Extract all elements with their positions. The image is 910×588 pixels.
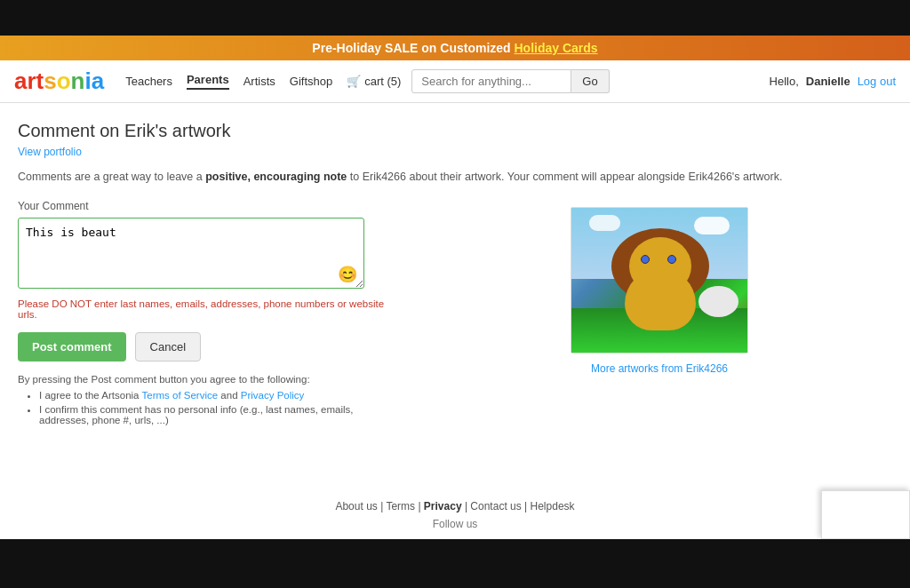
footer-privacy[interactable]: Privacy — [424, 500, 462, 513]
sheep — [698, 286, 738, 317]
agreement-list: I agree to the Artsonia Terms of Service… — [18, 390, 391, 425]
comment-textarea[interactable]: This is beaut — [18, 218, 364, 289]
search-input[interactable] — [411, 69, 571, 93]
comment-form: Your Comment This is beaut 😊 Please DO N… — [18, 200, 391, 429]
terms-of-service-link[interactable]: Terms of Service — [142, 390, 219, 401]
lion-eye-left — [641, 255, 650, 264]
footer-follow: Follow us — [18, 518, 892, 530]
footer-about[interactable]: About us — [335, 500, 377, 513]
your-comment-label: Your Comment — [18, 200, 391, 212]
agreement-item-1: I agree to the Artsonia Terms of Service… — [39, 390, 391, 401]
footer: About us | Terms | Privacy | Contact us … — [18, 482, 892, 539]
nav-cart[interactable]: 🛒cart (5) — [347, 75, 401, 88]
nav-links: Teachers Parents Artists Giftshop 🛒cart … — [125, 73, 401, 90]
top-black-bar — [0, 0, 910, 36]
post-comment-button[interactable]: Post comment — [18, 332, 126, 362]
artwork-image — [571, 207, 748, 354]
agreement-item-2: I confirm this comment has no personal i… — [39, 404, 391, 425]
username: Danielle — [806, 75, 850, 88]
thumbnail-preview — [821, 490, 910, 539]
bottom-black-bar — [0, 539, 910, 588]
warning-text: Please DO NOT enter last names, emails, … — [18, 298, 391, 320]
desc-bold: positive, encouraging note — [205, 171, 347, 183]
button-row: Post comment Cancel — [18, 332, 391, 362]
more-artworks-link[interactable]: More artworks from Erik4266 — [591, 362, 728, 375]
holiday-cards-link[interactable]: Holiday Cards — [515, 41, 598, 55]
footer-contact[interactable]: Contact us — [470, 500, 521, 513]
main-content: Comment on Erik's artwork View portfolio… — [0, 103, 910, 539]
lion-eye-right — [667, 255, 676, 264]
view-portfolio-link[interactable]: View portfolio — [18, 146, 82, 158]
textarea-wrapper: This is beaut 😊 — [18, 218, 364, 291]
description: Comments are a great way to leave a posi… — [18, 169, 892, 186]
promo-banner: Pre-Holiday SALE on Customized Holiday C… — [0, 36, 910, 60]
search-area: Go — [411, 69, 609, 93]
logo[interactable]: artsonia — [14, 68, 104, 95]
footer-links: About us | Terms | Privacy | Contact us … — [335, 500, 574, 513]
cart-icon: 🛒 — [347, 75, 361, 88]
page-title: Comment on Erik's artwork — [18, 121, 892, 141]
go-button[interactable]: Go — [571, 69, 609, 93]
nav-giftshop[interactable]: Giftshop — [290, 75, 332, 88]
logout-link[interactable]: Log out — [858, 75, 896, 88]
nav-teachers[interactable]: Teachers — [125, 75, 172, 88]
nav-artists[interactable]: Artists — [243, 75, 275, 88]
agreement-intro: By pressing the Post comment button you … — [18, 374, 391, 385]
footer-helpdesk[interactable]: Helpdesk — [531, 500, 575, 513]
cancel-button[interactable]: Cancel — [135, 332, 201, 362]
cloud2 — [589, 215, 620, 231]
greeting-text: Hello, — [770, 75, 799, 88]
user-area: Hello, Danielle Log out — [770, 75, 896, 88]
privacy-policy-link[interactable]: Privacy Policy — [241, 390, 305, 401]
nav-parents[interactable]: Parents — [187, 73, 229, 90]
artwork-panel: More artworks from Erik4266 — [427, 200, 892, 429]
comment-layout: Your Comment This is beaut 😊 Please DO N… — [18, 200, 892, 429]
emoji-icon: 😊 — [338, 265, 357, 284]
logo-art: art — [14, 68, 44, 94]
desc-normal: Comments are a great way to leave a — [18, 171, 205, 183]
footer-terms[interactable]: Terms — [386, 500, 415, 513]
desc-normal2: to Erik4266 about their artwork. Your co… — [347, 171, 782, 183]
cloud1 — [694, 217, 730, 234]
promo-text: Pre-Holiday SALE on Customized — [312, 41, 514, 55]
nav-bar: artsonia Teachers Parents Artists Giftsh… — [0, 60, 910, 103]
